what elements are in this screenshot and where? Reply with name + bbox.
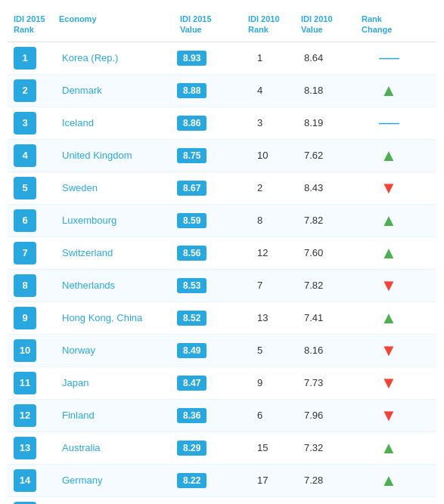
value2015-cell: 8.49 [177,343,245,358]
rank2010-cell: 9 [245,377,298,388]
economy-cell: Switzerland [56,247,177,258]
rank-cell: 14 [11,469,56,492]
value2010-cell: 7.32 [298,442,359,453]
rank-cell: 5 [11,177,56,199]
rank-change-icon: ▲ [380,472,397,489]
table-row: 15United States8.19167.30▲ [8,497,436,504]
value2010-cell: 7.73 [298,377,359,388]
economy-cell: Luxembourg [56,215,177,226]
rank-badge: 9 [14,307,36,329]
rank2010-cell: 5 [245,345,298,356]
rank-change-cell: —— [359,52,419,64]
rank2010-cell: 13 [245,312,298,323]
economy-name: Australia [56,442,101,453]
value2010-value: 7.73 [301,377,323,388]
rank2010-value: 8 [251,215,262,226]
table-row: 4United Kingdom8.75107.62▲ [8,140,436,172]
rank-badge: 4 [14,144,36,167]
rank2010-cell: 10 [245,150,298,161]
value2015-cell: 8.56 [177,246,245,261]
value2010-value: 7.82 [301,215,323,226]
rank-cell: 7 [11,242,56,264]
rank-cell: 10 [11,339,56,362]
rank2010-cell: 15 [245,442,298,453]
rank-change-cell: ▲ [359,212,419,229]
value2010-value: 7.96 [301,410,323,421]
value2010-value: 7.60 [301,247,323,258]
rank-change-cell: ▲ [359,245,419,261]
rank2010-cell: 6 [245,410,298,421]
table-row: 3Iceland8.8638.19—— [8,107,436,140]
table-row: 14Germany8.22177.28▲ [8,465,436,497]
rank-badge: 8 [14,274,36,297]
rank-change-cell: —— [359,117,419,129]
economy-name: Netherlands [56,280,115,291]
rank2010-value: 17 [251,475,268,486]
economy-cell: Netherlands [56,280,177,291]
rank-change-cell: ▼ [359,407,419,424]
rank-cell: 15 [11,502,56,504]
value2010-value: 8.18 [301,85,323,96]
rank-change-cell: ▲ [359,440,419,456]
value2015-badge: 8.36 [177,408,206,423]
rank2010-cell: 12 [245,247,298,258]
economy-name: Iceland [56,117,94,128]
rank-change-icon: ▲ [380,310,397,326]
value2015-cell: 8.86 [177,116,245,131]
rank-change-icon: ▲ [380,212,397,229]
rank-badge: 3 [14,112,36,135]
rank2010-value: 4 [251,85,262,96]
economy-cell: Hong Kong, China [56,312,177,323]
value2010-value: 7.32 [301,442,323,453]
rank-change-cell: ▲ [359,310,419,326]
rank2010-cell: 8 [245,215,298,226]
economy-cell: Norway [56,345,177,356]
value2015-cell: 8.53 [177,278,245,293]
rank2010-value: 10 [251,150,268,161]
value2010-value: 7.62 [301,150,323,161]
rank-badge: 10 [14,339,36,362]
rank-badge: 7 [14,242,36,264]
header-economy: Economy [56,12,177,37]
rank-badge: 13 [14,437,36,459]
rank-change-icon: ▲ [380,440,397,456]
rank-badge: 11 [14,372,36,394]
economy-cell: Japan [56,377,177,388]
rank2010-value: 3 [251,117,262,128]
rank-change-cell: ▼ [359,180,419,196]
header-val2015: IDI 2015Value [177,12,245,37]
rank-cell: 11 [11,372,56,394]
value2015-cell: 8.52 [177,311,245,326]
value2010-value: 7.82 [301,280,323,291]
value2015-cell: 8.22 [177,473,245,488]
value2015-cell: 8.67 [177,181,245,196]
table-row: 8Netherlands8.5377.82▼ [8,270,436,302]
table-row: 1Korea (Rep.)8.9318.64—— [8,42,436,75]
value2010-cell: 8.43 [298,182,359,193]
rank-badge: 14 [14,469,36,492]
rank2010-value: 5 [251,345,262,356]
rank-cell: 6 [11,209,56,232]
value2010-cell: 8.64 [298,52,359,63]
value2010-cell: 8.16 [298,345,359,356]
table-row: 12Finland8.3667.96▼ [8,400,436,432]
rank-change-icon: ▲ [380,147,397,164]
economy-name: Switzerland [56,247,113,258]
economy-cell: Australia [56,442,177,453]
table-header: IDI 2015Rank Economy IDI 2015Value IDI 2… [8,8,436,42]
rank-change-cell: ▼ [359,342,419,359]
value2015-badge: 8.86 [177,116,206,131]
value2015-badge: 8.53 [177,278,206,293]
economy-name: Korea (Rep.) [56,52,118,63]
table-row: 6Luxembourg8.5987.82▲ [8,205,436,237]
rank-cell: 9 [11,307,56,329]
value2010-cell: 7.82 [298,215,359,226]
value2015-cell: 8.88 [177,83,245,98]
value2010-cell: 7.28 [298,475,359,486]
economy-cell: Denmark [56,85,177,96]
table-row: 10Norway8.4958.16▼ [8,335,436,367]
value2015-badge: 8.67 [177,181,206,196]
value2015-badge: 8.22 [177,473,206,488]
rank-change-icon: ▲ [380,245,397,261]
economy-name: Germany [56,475,102,486]
